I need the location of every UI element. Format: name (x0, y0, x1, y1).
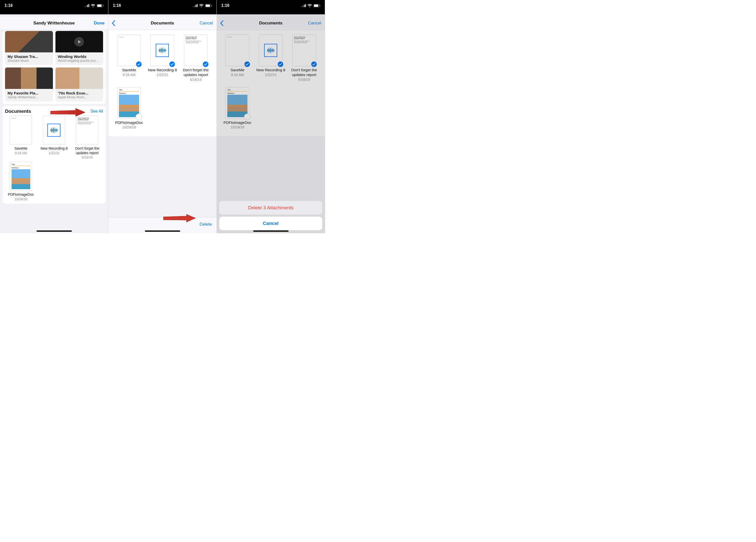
status-indicators (193, 4, 212, 7)
svg-rect-21 (314, 5, 318, 7)
document-name: SaveMe (5, 146, 37, 151)
unselected-circle-icon (244, 114, 250, 120)
document-name: PDFtoImageDoc (222, 120, 253, 125)
svg-rect-6 (103, 5, 104, 6)
action-sheet-cancel-button[interactable]: Cancel (219, 217, 322, 230)
document-thumb: TitleHeading 1 (10, 162, 32, 191)
document-name: New Recording 8 (256, 68, 286, 73)
document-thumb: Don't forget theupdates reportWe need th… (184, 35, 208, 66)
content-scroll[interactable]: My Shazam Tra... Shazam Music Winding Wo… (0, 30, 108, 233)
battery-icon (97, 4, 104, 7)
cancel-button[interactable]: Cancel (200, 21, 213, 26)
document-item[interactable]: ——— SaveMe 9:16 AM (5, 116, 37, 159)
document-date: 10/24/18 (5, 197, 37, 201)
playlist-title: '70s Rock Esse... (58, 91, 101, 95)
waveform-icon (47, 124, 60, 137)
svg-rect-3 (88, 4, 89, 7)
document-thumb: ——— (10, 116, 32, 145)
cellular-icon (301, 4, 306, 7)
svg-rect-13 (206, 5, 210, 7)
back-button[interactable] (112, 20, 116, 27)
wifi-icon (199, 4, 204, 7)
document-item[interactable]: Don't forget theupdates reportWe need th… (181, 35, 211, 82)
done-button[interactable]: Done (94, 21, 105, 26)
see-all-button[interactable]: See All (90, 109, 103, 114)
playlist-tile[interactable]: My Shazam Tra... Shazam Music (5, 31, 53, 65)
waveform-icon (156, 44, 169, 57)
documents-card: Documents See All ——— SaveMe 9:16 AM New… (3, 106, 106, 204)
document-item[interactable]: ——— SaveMe 9:16 AM (222, 35, 253, 82)
action-sheet: Delete 3 Attachments Cancel (219, 201, 322, 230)
nav-bar: Sandy Writtenhouse Done (0, 16, 108, 30)
nav-bar: Documents Cancel (108, 16, 216, 30)
document-item[interactable]: New Recording 8 1/22/21 (256, 35, 286, 82)
screenshot-2-documents-select: 1:16 Documents Cancel ——— SaveMe 9:16 AM (108, 0, 217, 233)
document-item[interactable]: New Recording 8 1/22/21 (38, 116, 70, 159)
svg-rect-10 (196, 5, 196, 7)
document-date: 10/24/18 (114, 125, 144, 129)
document-item[interactable]: Don't forget theupdates reportWe need th… (71, 116, 103, 159)
document-thumb (259, 35, 282, 66)
document-thumb: TitleHeading 1 (226, 87, 249, 119)
document-date: 5/16/19 (181, 78, 211, 82)
playlist-tile[interactable]: Winding Worlds World-wiggling puzzle jou… (55, 31, 103, 65)
documents-heading: Documents (5, 109, 31, 114)
document-thumb: ——— (117, 35, 141, 66)
selected-check-icon (136, 61, 142, 68)
selected-check-icon (244, 61, 250, 68)
document-date: 9:16 AM (222, 73, 253, 77)
document-name: SaveMe (114, 68, 144, 73)
svg-rect-11 (197, 4, 198, 7)
playlist-tile[interactable]: '70s Rock Esse... Apple Music Rock... (55, 68, 103, 102)
document-item[interactable]: TitleHeading 1 PDFtoImageDoc 10/24/18 (222, 87, 253, 130)
delete-attachments-button[interactable]: Delete 3 Attachments (219, 201, 322, 215)
document-item[interactable]: New Recording 8 1/22/21 (147, 35, 177, 82)
document-thumb: TitleHeading 1 (117, 87, 141, 119)
status-indicators (85, 4, 104, 7)
status-indicators (301, 4, 320, 7)
playlist-title: My Favorite Pla... (8, 91, 50, 95)
svg-rect-18 (304, 5, 305, 7)
status-time: 1:16 (5, 3, 13, 8)
status-bar: 1:16 (108, 0, 216, 11)
document-item[interactable]: TitleHeading 1 PDFtoImageDoc 10/24/18 (5, 162, 37, 201)
document-name: Don't forget the updates report (289, 68, 319, 77)
document-date: 9:16 AM (5, 151, 37, 155)
svg-rect-16 (301, 6, 302, 7)
svg-rect-22 (320, 5, 320, 6)
svg-rect-0 (85, 6, 85, 7)
document-item[interactable]: ——— SaveMe 9:16 AM (114, 35, 144, 82)
document-date: 5/16/19 (71, 155, 103, 159)
nav-title: Sandy Writtenhouse (0, 21, 108, 26)
play-icon (74, 37, 84, 47)
playlist-subtitle: Shazam Music (8, 59, 50, 62)
document-name: PDFtoImageDoc (5, 193, 37, 197)
home-indicator (145, 231, 180, 232)
selected-check-icon (277, 61, 284, 68)
home-indicator (37, 231, 72, 232)
svg-rect-5 (97, 5, 102, 7)
wifi-icon (91, 4, 95, 7)
selected-check-icon (202, 61, 209, 68)
delete-button[interactable]: Delete (200, 222, 212, 227)
documents-grid: ——— SaveMe 9:16 AM New Recording 8 1/22/… (108, 30, 216, 136)
document-item[interactable]: TitleHeading 1 PDFtoImageDoc 10/24/18 (114, 87, 144, 130)
svg-rect-8 (193, 6, 194, 7)
document-date: 1/22/21 (147, 73, 177, 77)
cellular-icon (193, 4, 198, 7)
cellular-icon (85, 4, 89, 7)
cancel-button[interactable]: Cancel (308, 21, 321, 26)
document-item[interactable]: Don't forget theupdates reportWe need th… (289, 35, 319, 82)
status-time: 1:16 (221, 3, 229, 8)
document-thumb: ——— (226, 35, 249, 66)
back-button[interactable] (220, 20, 225, 27)
playlists-card: My Shazam Tra... Shazam Music Winding Wo… (3, 31, 106, 104)
document-date: 1/22/21 (256, 73, 286, 77)
selected-check-icon (311, 61, 317, 68)
unselected-circle-icon (136, 114, 142, 120)
playlist-tile[interactable]: My Favorite Pla... Sandy Writtenhous... (5, 68, 53, 102)
screenshot-1-contact-attachments: 1:16 Sandy Writtenhouse Done My S (0, 0, 108, 233)
selected-check-icon (169, 61, 175, 68)
document-date: 5/16/19 (289, 78, 319, 82)
document-name: SaveMe (222, 68, 253, 73)
